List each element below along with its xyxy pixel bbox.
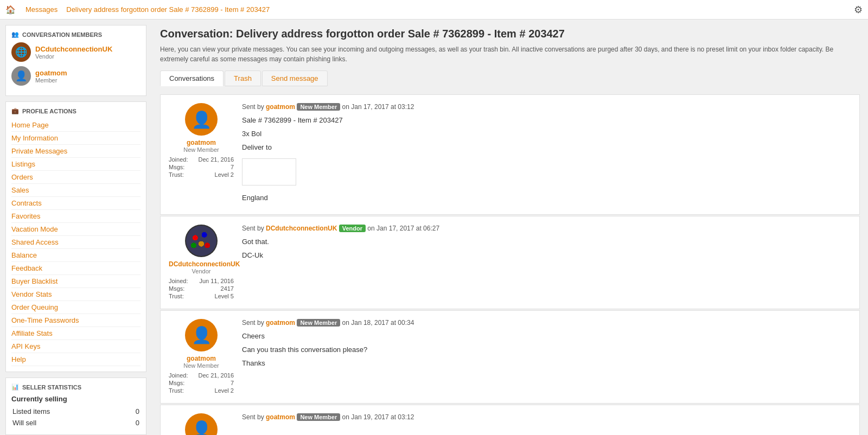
member-role: Member (35, 77, 67, 84)
nav-messages[interactable]: Messages (21, 5, 62, 14)
msg2-sent-info: on Jan 17, 2017 at 06:27 (367, 225, 439, 232)
will-sell-label: Will sell (12, 418, 126, 428)
message-text-2: Got that. DC-Uk (242, 236, 851, 261)
trust-value-3: Level 2 (215, 387, 234, 394)
joined-value-1: Dec 21, 2016 (199, 156, 234, 163)
member-item-vendor: 🌐 DCdutchconnectionUK Vendor (11, 42, 141, 62)
joined-value-2: Jun 11, 2016 (199, 278, 234, 284)
message-text-3: Cheers Can you trash this conversation p… (242, 331, 851, 369)
trust-label-1: Trust: (169, 171, 184, 178)
sender-role-1: New Member (169, 146, 234, 153)
link-feedback[interactable]: Feedback (11, 262, 141, 275)
msg3-line3: Thanks (242, 358, 851, 369)
joined-label-2: Joined: (169, 278, 188, 284)
link-contracts[interactable]: Contracts (11, 197, 141, 210)
joined-value-3: Dec 21, 2016 (199, 372, 234, 379)
message-text-1: Sale # 7362899 - Item # 203427 3x Bol De… (242, 115, 851, 204)
home-icon[interactable]: 🏠 (5, 5, 16, 15)
link-sales[interactable]: Sales (11, 184, 141, 197)
link-vendor-stats[interactable]: Vendor Stats (11, 288, 141, 301)
msg2-badge: Vendor (339, 225, 366, 232)
trust-value-1: Level 2 (215, 171, 234, 178)
joined-label-3: Joined: (169, 372, 188, 379)
briefcase-icon: 💼 (11, 107, 19, 114)
listed-items-label: Listed items (12, 406, 126, 417)
tab-trash[interactable]: Trash (225, 71, 261, 86)
tab-conversations[interactable]: Conversations (160, 71, 224, 86)
will-sell-value: 0 (127, 418, 139, 428)
msg2-line1: Got that. (242, 236, 851, 248)
top-nav: 🏠 Messages Delivery address forgotton or… (0, 0, 868, 20)
joined-label-1: Joined: (169, 156, 188, 163)
sidebar: 👥 Conversation Members 🌐 DCdutchconnecti… (0, 20, 152, 435)
main-content: Conversation: Delivery address forgotton… (152, 20, 868, 435)
msg4-badge: New Member (297, 413, 340, 421)
message-card-3: 👤 goatmom New Member Joined: Dec 21, 201… (160, 310, 860, 404)
sender-avatar-3: 👤 (185, 319, 218, 351)
msg2-line3: DC-Uk (242, 250, 851, 261)
msg3-sender-username[interactable]: goatmom (266, 319, 295, 327)
link-order-queuing[interactable]: Order Queuing (11, 301, 141, 314)
sender-name-1[interactable]: goatmom (169, 139, 234, 146)
msgs-value-1: 7 (231, 164, 234, 170)
address-box (242, 158, 296, 185)
stats-table: Listed items 0 Will sell 0 (11, 405, 141, 429)
msg1-line2: 3x Bol (242, 129, 851, 140)
message-header-1: Sent by goatmom New Member on Jan 17, 20… (242, 103, 851, 111)
link-favorites[interactable]: Favorites (11, 210, 141, 223)
sender-role-3: New Member (169, 362, 234, 369)
link-balance[interactable]: Balance (11, 249, 141, 262)
link-home-page[interactable]: Home Page (11, 119, 141, 132)
msg4-sent-info: on Jan 19, 2017 at 03:12 (342, 413, 414, 421)
trust-label-2: Trust: (169, 293, 184, 299)
settings-icon[interactable]: ⚙ (854, 4, 863, 16)
sender-info-1: 👤 goatmom New Member Joined: Dec 21, 201… (169, 103, 234, 206)
page-title: Conversation: Delivery address forgotton… (160, 28, 860, 40)
link-private-messages[interactable]: Private Messages (11, 145, 141, 158)
sender-meta-1: Joined: Dec 21, 2016 Msgs: 7 Trust: Leve… (169, 156, 234, 178)
link-shared-access[interactable]: Shared Access (11, 236, 141, 249)
sender-name-2[interactable]: DCdutchconnectionUK (169, 260, 234, 268)
link-vacation-mode[interactable]: Vacation Mode (11, 223, 141, 236)
sender-info-4: 👤 (169, 413, 234, 435)
sender-meta-3: Joined: Dec 21, 2016 Msgs: 7 Trust: Leve… (169, 372, 234, 394)
msg2-sender-username[interactable]: DCdutchconnectionUK (266, 225, 337, 232)
chart-icon: 📊 (11, 383, 19, 391)
link-listings[interactable]: Listings (11, 158, 141, 171)
currently-selling-label: Currently selling (11, 395, 141, 403)
nav-conversation-title[interactable]: Delivery address forgotton order Sale # … (62, 5, 274, 14)
message-body-3: Sent by goatmom New Member on Jan 18, 20… (242, 319, 851, 395)
msg1-line1: Sale # 7362899 - Item # 203427 (242, 115, 851, 126)
link-my-information[interactable]: My Information (11, 132, 141, 145)
link-affiliate-stats[interactable]: Affiliate Stats (11, 327, 141, 340)
sender-meta-2: Joined: Jun 11, 2016 Msgs: 2417 Trust: L… (169, 278, 234, 299)
link-help[interactable]: Help (11, 353, 141, 366)
listed-items-value: 0 (127, 406, 139, 417)
members-icon: 👥 (11, 31, 19, 38)
member-name[interactable]: goatmom (35, 69, 67, 77)
page-description: Here, you can view your private messages… (160, 44, 860, 64)
link-one-time-passwords[interactable]: One-Time Passwords (11, 314, 141, 327)
msg4-sender-username[interactable]: goatmom (266, 413, 295, 421)
message-header-3: Sent by goatmom New Member on Jan 18, 20… (242, 319, 851, 327)
link-api-keys[interactable]: API Keys (11, 340, 141, 353)
layout: 👥 Conversation Members 🌐 DCdutchconnecti… (0, 20, 868, 435)
member-avatar: 👤 (11, 66, 31, 86)
msgs-label-1: Msgs: (169, 164, 184, 170)
vendor-name[interactable]: DCdutchconnectionUK (35, 45, 112, 53)
profile-actions-title: 💼 Profile Actions (11, 107, 141, 114)
sender-avatar-4: 👤 (185, 413, 218, 435)
member-item-member: 👤 goatmom Member (11, 66, 141, 86)
tab-send-message[interactable]: Send message (262, 71, 328, 86)
msgs-label-3: Msgs: (169, 380, 184, 386)
trust-value-2: Level 5 (215, 293, 234, 299)
msg1-sender-username[interactable]: goatmom (266, 103, 295, 111)
trust-label-3: Trust: (169, 387, 184, 394)
msgs-label-2: Msgs: (169, 285, 184, 292)
sender-name-3[interactable]: goatmom (169, 355, 234, 362)
stats-row-listed: Listed items 0 (12, 406, 139, 417)
link-buyer-blacklist[interactable]: Buyer Blacklist (11, 275, 141, 288)
sender-avatar-1: 👤 (185, 103, 218, 136)
sender-info-3: 👤 goatmom New Member Joined: Dec 21, 201… (169, 319, 234, 395)
link-orders[interactable]: Orders (11, 171, 141, 184)
